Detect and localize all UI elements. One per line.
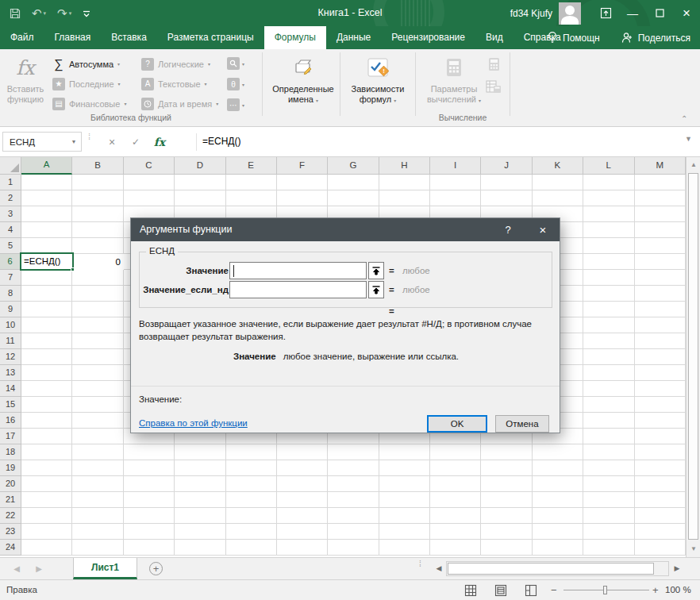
cell[interactable]	[21, 429, 72, 444]
vertical-scrollbar[interactable]: ▲ ▼	[686, 157, 700, 557]
defined-names-button[interactable]: Определенные имена ▾	[265, 52, 341, 106]
cell[interactable]	[72, 429, 123, 444]
collapse-ribbon-icon[interactable]: ⌃	[681, 114, 687, 123]
cell[interactable]	[277, 476, 328, 492]
cell[interactable]	[430, 492, 481, 508]
cell[interactable]	[583, 302, 634, 317]
cell[interactable]	[379, 524, 430, 540]
cell[interactable]	[481, 540, 532, 556]
cell[interactable]	[72, 286, 123, 302]
cell[interactable]	[72, 206, 123, 222]
scroll-up-icon[interactable]: ▲	[688, 159, 699, 171]
cell[interactable]	[379, 175, 430, 190]
cell[interactable]	[328, 476, 379, 492]
column-header-L[interactable]: L	[583, 157, 634, 175]
redo-button[interactable]: ↷▾	[57, 7, 71, 19]
arg2-input[interactable]	[229, 281, 367, 298]
arg1-input[interactable]	[229, 262, 367, 279]
cell[interactable]	[533, 175, 583, 190]
cell[interactable]	[21, 302, 72, 317]
cell[interactable]	[21, 175, 72, 190]
cell[interactable]	[72, 365, 123, 381]
cell[interactable]	[226, 508, 277, 524]
cell[interactable]	[635, 492, 686, 508]
cell[interactable]	[175, 524, 225, 540]
sheet-prev-icon[interactable]: ◀	[6, 558, 27, 580]
cell[interactable]	[21, 333, 72, 349]
cell[interactable]	[328, 540, 379, 556]
sheet-next-icon[interactable]: ▶	[29, 558, 49, 580]
autosum-button[interactable]: ∑ Автосумма ▾	[52, 54, 126, 74]
cell[interactable]	[379, 508, 430, 524]
cell[interactable]	[21, 444, 72, 460]
cell[interactable]	[124, 508, 175, 524]
cell[interactable]	[72, 349, 123, 365]
cell[interactable]	[430, 540, 481, 556]
tab-insert[interactable]: Вставка	[101, 26, 157, 49]
cell[interactable]	[583, 460, 634, 476]
cell[interactable]	[583, 270, 634, 286]
save-icon[interactable]	[10, 8, 21, 19]
row-header-6[interactable]: 6	[0, 254, 21, 270]
cell[interactable]	[277, 190, 328, 206]
arg2-collapse-dialog-icon[interactable]	[368, 281, 384, 298]
page-break-view-icon[interactable]	[525, 584, 537, 597]
cell[interactable]	[583, 317, 634, 333]
cell[interactable]	[481, 492, 532, 508]
cell[interactable]	[21, 397, 72, 413]
cell[interactable]	[583, 429, 634, 444]
cell[interactable]	[226, 476, 277, 492]
cell[interactable]	[635, 413, 686, 429]
cell[interactable]	[175, 492, 225, 508]
cell[interactable]	[328, 492, 379, 508]
cell[interactable]	[533, 476, 583, 492]
cell-B6[interactable]: 0	[72, 254, 123, 270]
row-header-3[interactable]: 3	[0, 206, 21, 222]
cell[interactable]	[175, 444, 225, 460]
cell[interactable]	[635, 190, 686, 206]
row-header-9[interactable]: 9	[0, 302, 21, 317]
row-header-4[interactable]: 4	[0, 222, 21, 238]
cell[interactable]	[72, 460, 123, 476]
cell[interactable]	[533, 540, 583, 556]
row-header-1[interactable]: 1	[0, 175, 21, 190]
cell[interactable]	[583, 349, 634, 365]
tab-assistant[interactable]: Помощн	[563, 33, 600, 44]
dialog-close-icon[interactable]: ×	[526, 218, 560, 241]
cell[interactable]	[379, 492, 430, 508]
expand-formula-bar-icon[interactable]: ▼	[685, 135, 692, 143]
horizontal-scroll-thumb[interactable]	[448, 563, 654, 575]
cell[interactable]	[635, 254, 686, 270]
cell[interactable]	[583, 190, 634, 206]
row-header-14[interactable]: 14	[0, 381, 21, 397]
close-button[interactable]: ×	[673, 0, 700, 26]
cell[interactable]	[430, 460, 481, 476]
cell[interactable]	[379, 476, 430, 492]
cell[interactable]	[72, 302, 123, 317]
cell[interactable]	[533, 508, 583, 524]
cell[interactable]	[635, 333, 686, 349]
row-header-8[interactable]: 8	[0, 286, 21, 302]
cell[interactable]	[635, 365, 686, 381]
cell[interactable]	[635, 429, 686, 444]
page-layout-view-icon[interactable]	[494, 584, 507, 597]
column-header-I[interactable]: I	[430, 157, 481, 175]
cell[interactable]	[583, 524, 634, 540]
cell[interactable]	[124, 492, 175, 508]
avatar[interactable]	[559, 2, 581, 25]
cell[interactable]	[481, 444, 532, 460]
cell[interactable]	[583, 286, 634, 302]
cell[interactable]	[635, 476, 686, 492]
row-header-2[interactable]: 2	[0, 190, 21, 206]
cell[interactable]	[379, 460, 430, 476]
cell[interactable]	[72, 317, 123, 333]
cell[interactable]	[226, 175, 277, 190]
cell[interactable]	[175, 540, 225, 556]
row-header-12[interactable]: 12	[0, 349, 21, 365]
cell[interactable]	[379, 444, 430, 460]
arg1-collapse-dialog-icon[interactable]	[368, 262, 384, 279]
scroll-left-icon[interactable]: ◀	[433, 561, 445, 576]
cell[interactable]	[533, 444, 583, 460]
tab-scroll-splitter[interactable]: ⁞	[419, 562, 421, 567]
cell[interactable]	[21, 540, 72, 556]
